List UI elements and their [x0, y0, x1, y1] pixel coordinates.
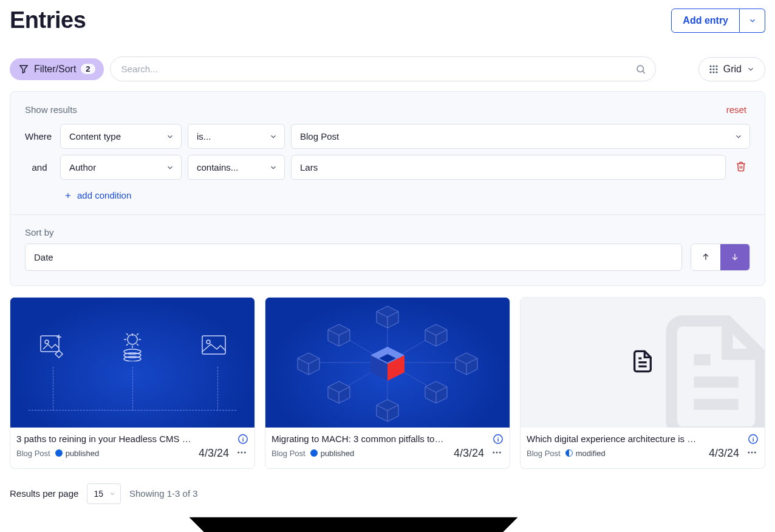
- svg-point-20: [124, 356, 141, 361]
- condition-row: Where Content type is... Blog Post: [25, 124, 750, 149]
- entry-more-button[interactable]: [745, 446, 759, 461]
- entry-date: 4/3/24: [709, 447, 739, 460]
- search-input[interactable]: [110, 56, 656, 81]
- condition-operator-select[interactable]: is...: [188, 124, 285, 149]
- condition-value-select[interactable]: Blog Post: [291, 124, 750, 149]
- image-add-icon: [36, 331, 66, 361]
- svg-line-1: [643, 71, 644, 73]
- search-field: [110, 56, 656, 81]
- condition-value: Blog Post: [291, 124, 750, 149]
- entry-thumbnail: [265, 298, 510, 428]
- arrow-up-icon: [701, 252, 711, 262]
- filter-sort-label: Filter/Sort: [34, 64, 76, 75]
- delete-condition-button[interactable]: [732, 160, 750, 174]
- svg-point-5: [709, 68, 711, 70]
- svg-text:i: i: [753, 435, 754, 442]
- page-title: Entries: [10, 7, 86, 33]
- sort-desc-button[interactable]: [720, 244, 749, 270]
- chevron-down-icon: [748, 16, 757, 25]
- svg-point-71: [751, 451, 753, 453]
- svg-point-70: [748, 451, 749, 453]
- add-entry-dropdown[interactable]: [740, 9, 765, 33]
- condition-value-input[interactable]: [291, 155, 726, 180]
- svg-point-10: [715, 71, 717, 73]
- condition-connector: Where: [25, 131, 54, 142]
- entry-thumbnail: [521, 298, 765, 428]
- svg-point-4: [715, 65, 717, 67]
- show-results-label: Show results: [25, 104, 77, 115]
- search-icon: [635, 64, 646, 75]
- info-icon[interactable]: i: [748, 434, 759, 445]
- sort-field-value: Date: [25, 244, 682, 271]
- svg-point-17: [128, 335, 137, 344]
- add-condition-button[interactable]: add condition: [60, 189, 135, 201]
- filter-sort-panel: Show results reset Where Content type is…: [10, 91, 765, 286]
- svg-point-8: [709, 71, 711, 73]
- filter-icon: [18, 64, 29, 75]
- sort-by-label: Sort by: [25, 227, 750, 237]
- grid-icon: [709, 64, 719, 74]
- document-watermark-icon: [649, 310, 765, 428]
- svg-point-3: [712, 65, 714, 67]
- condition-operator-value: contains...: [188, 155, 285, 180]
- arrow-down-icon: [730, 252, 740, 262]
- add-entry-group: Add entry: [671, 9, 765, 33]
- chevron-down-icon: [109, 490, 116, 497]
- svg-point-2: [709, 65, 711, 67]
- condition-operator-value: is...: [188, 124, 285, 149]
- cubes-art-icon: [265, 298, 510, 428]
- condition-field-value: Author: [60, 155, 182, 180]
- svg-point-16: [45, 340, 49, 344]
- condition-connector: and: [25, 162, 54, 172]
- plus-icon: [64, 191, 72, 200]
- sort-direction-toggle: [691, 244, 750, 271]
- svg-point-0: [637, 66, 644, 72]
- gear-stack-icon: [117, 331, 148, 361]
- condition-field-select[interactable]: Content type: [60, 124, 182, 149]
- svg-point-6: [712, 68, 714, 70]
- svg-point-9: [712, 71, 714, 73]
- add-entry-button[interactable]: Add entry: [671, 9, 740, 33]
- sort-asc-button[interactable]: [691, 244, 720, 270]
- condition-field-select[interactable]: Author: [60, 155, 182, 180]
- trash-icon: [736, 161, 746, 172]
- filter-count-badge: 2: [81, 64, 95, 74]
- svg-point-22: [207, 340, 210, 344]
- reset-filters-button[interactable]: reset: [723, 104, 750, 115]
- more-horizontal-icon: [746, 447, 757, 458]
- svg-point-72: [754, 451, 756, 453]
- condition-operator-select[interactable]: contains...: [188, 155, 285, 180]
- condition-field-value: Content type: [60, 124, 182, 149]
- add-condition-label: add condition: [77, 190, 131, 200]
- view-mode-label: Grid: [723, 64, 742, 75]
- svg-point-7: [715, 68, 717, 70]
- image-icon: [199, 331, 229, 361]
- filter-sort-pill[interactable]: Filter/Sort 2: [10, 58, 104, 80]
- sort-field-select[interactable]: Date: [25, 244, 682, 271]
- view-mode-toggle[interactable]: Grid: [698, 57, 765, 81]
- condition-row: and Author contains...: [25, 155, 750, 180]
- svg-rect-21: [202, 336, 225, 354]
- chevron-down-icon: [746, 65, 755, 73]
- entry-thumbnail: [10, 298, 254, 428]
- results-per-page-select[interactable]: 15: [87, 483, 121, 504]
